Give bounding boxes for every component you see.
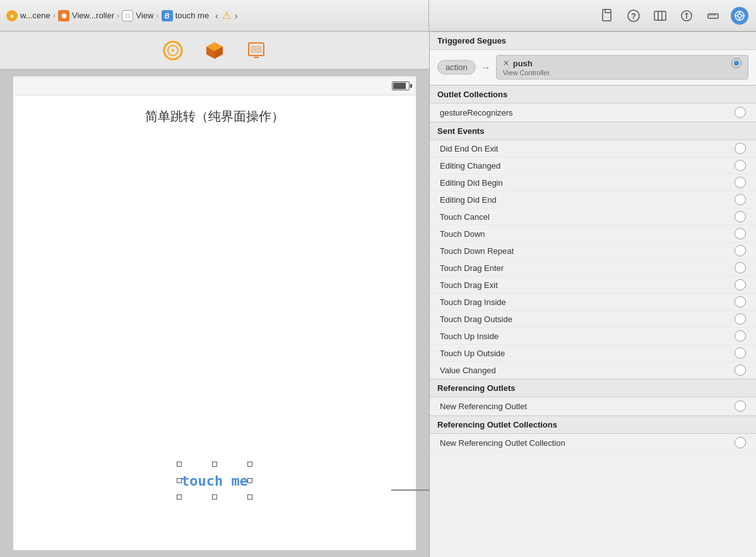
file-icon-btn[interactable] [598,7,616,25]
segue-action-pill: action [437,60,476,75]
referencing-outlet-collection-label-0: New Referencing Outlet Collection [440,438,565,448]
event-row-7: Touch Drag Enter [430,260,756,277]
cube-object-icon[interactable] [203,39,226,62]
warning-icon: ⚠ [222,9,231,22]
event-circle-6[interactable] [735,245,746,256]
scene-icon: ● [6,10,18,21]
referencing-outlet-circle-0[interactable] [735,400,746,412]
event-label-1: Editing Changed [440,161,500,171]
handle-br [247,494,252,500]
breadcrumb-item-scene[interactable]: ● w...cene [6,10,50,21]
svg-rect-8 [708,14,718,18]
help-icon-btn[interactable]: ? [625,7,642,25]
segue-radio[interactable] [731,58,741,68]
breadcrumb-item-roller[interactable]: ◉ View...roller [58,10,114,21]
breadcrumb-sep-3: › [156,11,158,20]
event-label-8: Touch Drag Exit [440,280,498,290]
event-label-0: Did End On Exit [440,144,499,153]
referencing-outlet-collection-circle-0[interactable] [735,437,746,448]
target-icon-btn[interactable] [731,7,748,25]
breadcrumb-label-roller: View...roller [72,11,114,20]
sent-events-header: Sent Events [430,122,756,140]
event-row-10: Touch Drag Outside [430,311,756,328]
referencing-outlets-header: Referencing Outlets [430,379,756,397]
connection-line [391,489,429,491]
object-icons-bar [0,32,429,69]
handle-mr [247,478,252,483]
event-row-3: Editing Did End [430,191,756,208]
toolbar-icons: ? [429,7,756,25]
event-circle-7[interactable] [735,262,746,273]
event-row-5: Touch Down [430,225,756,243]
scene-title: 简单跳转（纯界面操作） [145,108,284,125]
outlet-label-gesture: gestureRecognizers [440,108,513,117]
referencing-outlet-collections-header: Referencing Outlet Collections [430,416,756,434]
event-circle-12[interactable] [735,347,746,359]
top-toolbar: ● w...cene › ◉ View...roller › □ View › … [0,0,756,32]
svg-rect-28 [254,57,259,58]
button-icon: B [162,10,173,21]
event-row-0: Did End On Exit [430,140,756,157]
event-row-11: Touch Up Inside [430,328,756,345]
battery-fill [393,83,406,89]
svg-rect-27 [251,45,262,53]
triggered-segues-section: action → ✕ push View Controller [430,50,756,85]
touch-me-label[interactable]: touch me [181,473,248,489]
breadcrumb-sep-1: › [53,11,56,20]
segue-push-row: ✕ push [503,58,741,68]
event-label-6: Touch Down Repeat [440,246,514,256]
event-label-11: Touch Up Inside [440,332,499,341]
plugin-icon-btn[interactable] [678,7,695,25]
outlet-circle-btn-0[interactable] [735,107,746,118]
event-label-2: Editing Did Begin [440,178,503,188]
breadcrumb-label-view: View [136,11,153,20]
segue-push-box[interactable]: ✕ push View Controller [496,55,748,80]
breadcrumb-label-button: touch me [175,11,209,20]
next-button[interactable]: › [232,9,240,22]
segue-x-icon: ✕ [503,59,509,68]
view-icon: □ [122,10,133,21]
event-circle-8[interactable] [735,279,746,290]
battery-icon [392,81,410,90]
ios-status-bar [13,76,416,95]
circle-object-icon[interactable] [162,39,184,62]
event-circle-4[interactable] [735,211,746,222]
breadcrumb-area: ● w...cene › ◉ View...roller › □ View › … [0,0,429,31]
event-label-12: Touch Up Outside [440,349,505,358]
event-label-13: Value Changed [440,366,496,375]
svg-point-14 [738,14,741,18]
roller-icon: ◉ [58,10,69,21]
prev-button[interactable]: ‹ [213,9,221,22]
event-circle-0[interactable] [735,143,746,154]
outlet-collections-row-0: gestureRecognizers [430,104,756,122]
event-label-4: Touch Cancel [440,212,490,222]
inspector-icon-btn[interactable] [651,7,669,25]
ios-simulator: 简单跳转（纯界面操作） touch me [13,76,416,551]
nav-prev-next[interactable]: ‹ ⚠ › [213,9,240,22]
touch-me-button-area[interactable]: touch me [177,462,252,500]
event-row-8: Touch Drag Exit [430,277,756,294]
breadcrumb-item-button[interactable]: B touch me [162,10,209,21]
event-circle-3[interactable] [735,194,746,205]
event-label-3: Editing Did End [440,195,497,205]
triggered-segues-header: Triggered Segues [430,32,756,50]
ruler-icon-btn[interactable] [704,7,722,25]
breadcrumb-item-view[interactable]: □ View [122,10,153,21]
segue-vc-label: View Controller [503,69,550,76]
event-circle-10[interactable] [735,313,746,325]
svg-rect-3 [654,11,666,20]
event-circle-2[interactable] [735,177,746,188]
segue-arrow: → [481,62,491,73]
event-circle-1[interactable] [735,160,746,171]
event-circle-11[interactable] [735,330,746,342]
event-label-7: Touch Drag Enter [440,263,504,273]
event-row-6: Touch Down Repeat [430,243,756,260]
handle-tm [212,462,217,467]
handle-tl [177,462,182,467]
event-circle-9[interactable] [735,296,746,308]
canvas-panel: 简单跳转（纯界面操作） touch me [0,32,429,557]
event-circle-5[interactable] [735,228,746,239]
screen-object-icon[interactable] [245,39,268,62]
event-circle-13[interactable] [735,364,746,376]
event-row-1: Editing Changed [430,157,756,174]
